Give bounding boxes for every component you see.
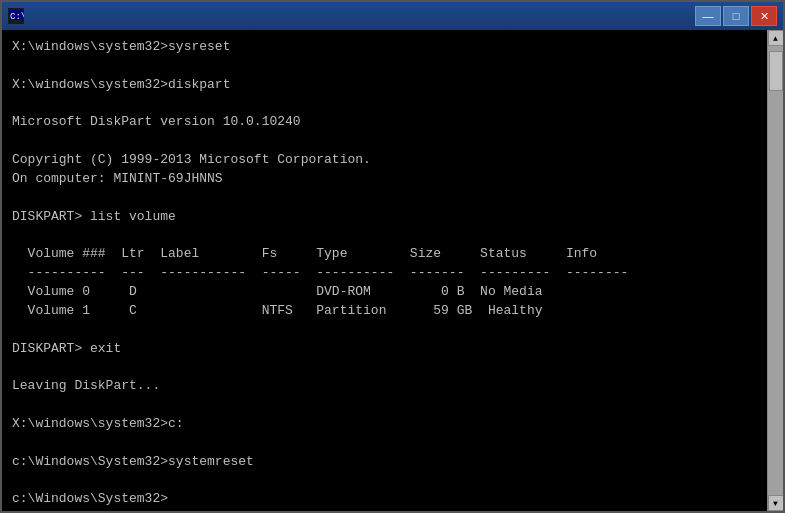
maximize-button[interactable]: □ <box>723 6 749 26</box>
terminal-line: Leaving DiskPart... <box>12 377 757 396</box>
title-bar: C:\ — □ ✕ <box>2 2 783 30</box>
terminal-line: c:\Windows\System32> <box>12 490 757 509</box>
terminal-line <box>12 358 757 377</box>
terminal-line <box>12 132 757 151</box>
terminal-line: X:\windows\system32>sysreset <box>12 38 757 57</box>
terminal-output[interactable]: X:\windows\system32>sysreset X:\windows\… <box>2 30 767 511</box>
terminal-line <box>12 321 757 340</box>
terminal-line: DISKPART> list volume <box>12 208 757 227</box>
window-icon: C:\ <box>8 8 24 24</box>
terminal-line: Volume 1 C NTFS Partition 59 GB Healthy <box>12 302 757 321</box>
terminal-line: Volume ### Ltr Label Fs Type Size Status… <box>12 245 757 264</box>
scroll-track <box>768 46 783 495</box>
terminal-line <box>12 57 757 76</box>
terminal-line: X:\windows\system32>c: <box>12 415 757 434</box>
terminal-line: DISKPART> exit <box>12 340 757 359</box>
terminal-line <box>12 95 757 114</box>
content-area: X:\windows\system32>sysreset X:\windows\… <box>2 30 783 511</box>
terminal-line <box>12 226 757 245</box>
terminal-line: X:\windows\system32>diskpart <box>12 76 757 95</box>
window-controls: — □ ✕ <box>695 6 777 26</box>
terminal-line: Copyright (C) 1999-2013 Microsoft Corpor… <box>12 151 757 170</box>
close-button[interactable]: ✕ <box>751 6 777 26</box>
scroll-up-button[interactable]: ▲ <box>768 30 784 46</box>
terminal-line <box>12 396 757 415</box>
svg-text:C:\: C:\ <box>10 12 24 22</box>
terminal-line <box>12 471 757 490</box>
scrollbar[interactable]: ▲ ▼ <box>767 30 783 511</box>
terminal-line: On computer: MININT-69JHNNS <box>12 170 757 189</box>
terminal-line <box>12 434 757 453</box>
terminal-line: c:\Windows\System32>systemreset <box>12 453 757 472</box>
terminal-line <box>12 189 757 208</box>
terminal-line: Microsoft DiskPart version 10.0.10240 <box>12 113 757 132</box>
scroll-thumb[interactable] <box>769 51 783 91</box>
minimize-button[interactable]: — <box>695 6 721 26</box>
cmd-window: C:\ — □ ✕ X:\windows\system32>sysreset X… <box>0 0 785 513</box>
terminal-line: Volume 0 D DVD-ROM 0 B No Media <box>12 283 757 302</box>
terminal-line: ---------- --- ----------- ----- -------… <box>12 264 757 283</box>
scroll-down-button[interactable]: ▼ <box>768 495 784 511</box>
